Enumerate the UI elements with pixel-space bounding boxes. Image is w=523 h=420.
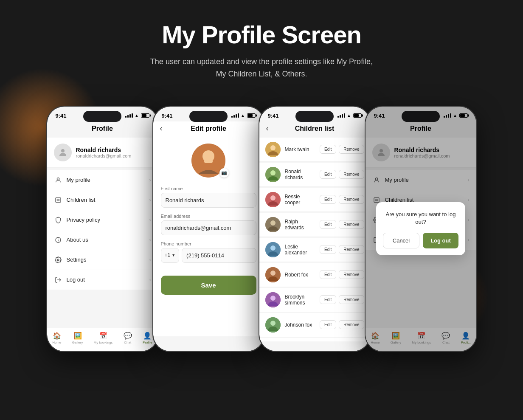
privacy-policy-chevron: ›: [149, 217, 151, 223]
logout-modal-text: Are you sure you want to log out?: [383, 211, 458, 226]
country-code-selector[interactable]: +1 ▼: [161, 248, 180, 263]
remove-mark-twain[interactable]: Remove: [339, 145, 364, 154]
profile-icon: 👤: [143, 332, 152, 340]
nav-profile[interactable]: 👤 Profile: [143, 332, 152, 344]
svg-point-22: [270, 245, 276, 251]
remove-ronald-richards[interactable]: Remove: [339, 170, 364, 179]
remove-ralph-edwards[interactable]: Remove: [339, 220, 364, 229]
first-name-input[interactable]: [161, 193, 256, 208]
child-item-brooklyn-simmons: Brooklyn simmons Edit Remove: [259, 288, 370, 312]
edit-ronald-richards[interactable]: Edit: [320, 170, 336, 179]
nav-home[interactable]: 🏠 Home: [52, 332, 61, 344]
child-avatar-robert-fox: [265, 267, 281, 282]
camera-badge[interactable]: 📷: [219, 168, 229, 178]
child-item-bessie-cooper: Bessie cooper Edit Remove: [259, 188, 370, 212]
child-item-leslie-alexander: Leslie alexander Edit Remove: [259, 238, 370, 262]
svg-point-26: [270, 296, 276, 301]
phone-label: Phone number: [161, 241, 256, 246]
edit-profile-header: ‹ Edit profile: [153, 121, 264, 138]
edit-bessie-cooper[interactable]: Edit: [320, 195, 336, 204]
svg-point-18: [270, 195, 276, 200]
nav-chat[interactable]: 💬 Chat: [124, 332, 132, 344]
children-list-header: ‹ Children list: [259, 121, 370, 138]
gallery-icon: 🖼️: [73, 332, 82, 340]
phone-number-input[interactable]: [182, 248, 256, 263]
battery-icon-2: [247, 113, 256, 118]
country-code-value: +1: [165, 252, 171, 258]
nav-bookings[interactable]: 📅 My bookings: [94, 332, 113, 344]
profile-screen-header: Profile: [47, 121, 158, 138]
menu-item-my-profile[interactable]: My profile ›: [47, 170, 158, 190]
child-name-ronald-richards: Ronald richards: [285, 169, 316, 180]
menu-item-settings[interactable]: Settings ›: [47, 250, 158, 270]
logout-modal-card: Are you sure you want to log out? Cancel…: [376, 202, 465, 255]
remove-robert-fox[interactable]: Remove: [339, 270, 364, 279]
logout-cancel-button[interactable]: Cancel: [383, 233, 419, 248]
children-list-title: Children list: [295, 125, 334, 132]
page-subtitle: The user can updated and view the profil…: [113, 56, 410, 80]
svg-rect-12: [204, 160, 213, 163]
edit-brooklyn-simmons[interactable]: Edit: [320, 295, 336, 304]
child-item-robert-fox: Robert fox Edit Remove: [259, 263, 370, 287]
edit-leslie-alexander[interactable]: Edit: [320, 245, 336, 254]
edit-ralph-edwards[interactable]: Edit: [320, 220, 336, 229]
nav-gallery[interactable]: 🖼️ Gallery: [72, 332, 83, 344]
svg-point-1: [57, 178, 59, 180]
email-input[interactable]: [161, 220, 256, 235]
phone-3-time: 9:41: [268, 113, 279, 119]
battery-icon: [141, 113, 149, 118]
wifi-icon-3: ▲: [347, 113, 351, 118]
edit-profile-title: Edit profile: [191, 125, 226, 132]
phone-4-screen: 9:41 ▲ Profile: [366, 107, 476, 351]
phone-1-time: 9:41: [56, 113, 67, 119]
wifi-icon: ▲: [135, 113, 139, 118]
edit-mark-twain[interactable]: Edit: [320, 145, 336, 154]
child-name-robert-fox: Robert fox: [285, 272, 316, 278]
edit-robert-fox[interactable]: Edit: [320, 270, 336, 279]
profile-menu: My profile › Children list › Privacy pol…: [47, 170, 158, 290]
user-avatar: [54, 144, 72, 161]
my-profile-icon: [54, 176, 62, 184]
svg-point-0: [61, 149, 65, 152]
save-button[interactable]: Save: [161, 276, 256, 295]
phone-1-status-icons: ▲: [125, 113, 149, 118]
child-item-bessie-cooper-2: Bessie cooper Edit Remove: [259, 338, 370, 341]
home-icon: 🏠: [53, 332, 61, 340]
child-name-bessie-cooper: Bessie cooper: [285, 194, 316, 206]
remove-brooklyn-simmons[interactable]: Remove: [339, 295, 364, 304]
back-button[interactable]: ‹: [160, 124, 163, 133]
remove-leslie-alexander[interactable]: Remove: [339, 245, 364, 254]
phone-2-status-icons: ▲: [231, 113, 256, 118]
privacy-policy-label: Privacy policy: [67, 217, 145, 223]
settings-icon: [54, 256, 62, 264]
signal-icon-3: [337, 113, 345, 118]
menu-item-privacy-policy[interactable]: Privacy policy ›: [47, 210, 158, 230]
remove-johnson-fox[interactable]: Remove: [339, 320, 364, 329]
phone-3-screen: 9:41 ▲ ‹ Children list: [259, 107, 370, 351]
children-back-button[interactable]: ‹: [266, 124, 269, 133]
child-avatar-johnson-fox: [265, 317, 281, 333]
menu-item-children-list[interactable]: Children list ›: [47, 190, 158, 210]
privacy-policy-icon: [54, 216, 62, 224]
logout-modal-overlay: Are you sure you want to log out? Cancel…: [366, 107, 476, 351]
edit-johnson-fox[interactable]: Edit: [320, 320, 336, 329]
remove-bessie-cooper[interactable]: Remove: [339, 195, 364, 204]
settings-chevron: ›: [149, 257, 151, 263]
child-actions-leslie-alexander: Edit Remove: [320, 245, 364, 254]
child-actions-brooklyn-simmons: Edit Remove: [320, 295, 364, 304]
menu-item-log-out[interactable]: Log out ›: [47, 270, 158, 290]
svg-point-20: [270, 220, 276, 226]
children-list-body: Mark twain Edit Remove Ronald richards E…: [259, 138, 370, 341]
menu-item-about-us[interactable]: About us ›: [47, 230, 158, 250]
phone-2-notch: [189, 111, 228, 122]
child-avatar-ralph-edwards: [265, 217, 281, 232]
child-actions-johnson-fox: Edit Remove: [320, 320, 364, 329]
phone-group: Phone number +1 ▼: [161, 241, 256, 263]
profile-label: Profile: [143, 341, 152, 344]
log-out-icon: [54, 276, 62, 284]
country-code-chevron: ▼: [172, 253, 175, 257]
chat-label: Chat: [124, 341, 131, 344]
logout-confirm-button[interactable]: Log out: [423, 233, 458, 248]
child-avatar-bessie-cooper: [265, 192, 281, 207]
wifi-icon-2: ▲: [241, 113, 245, 118]
